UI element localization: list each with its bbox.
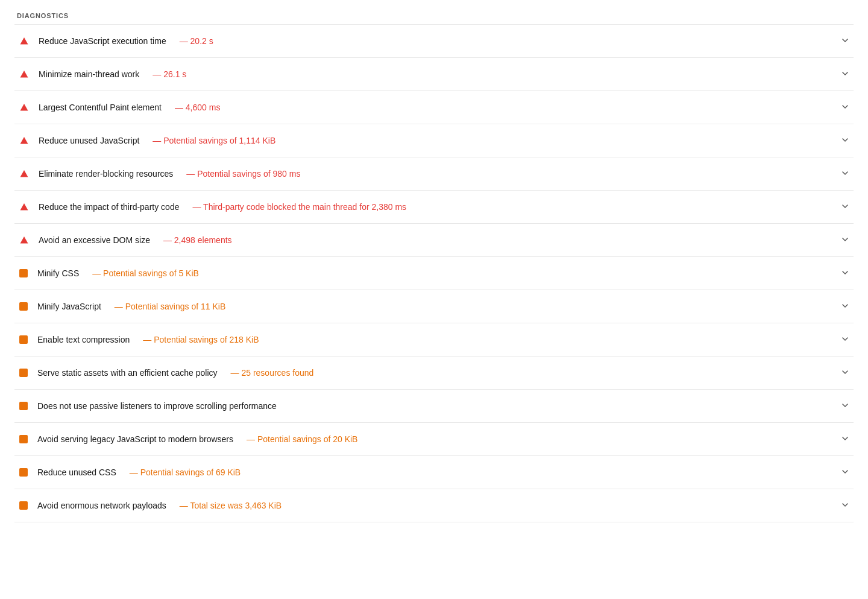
item-label-reduce-js-execution: Reduce JavaScript execution time	[39, 36, 166, 46]
chevron-icon-enable-text-compression[interactable]	[841, 334, 849, 345]
diagnostic-item-eliminate-render-blocking[interactable]: Eliminate render-blocking resources— Pot…	[14, 157, 854, 191]
item-label-reduce-third-party: Reduce the impact of third-party code	[39, 202, 179, 212]
square-icon-legacy-js	[19, 435, 28, 443]
section-title: DIAGNOSTICS	[14, 12, 854, 19]
diagnostic-item-minify-css[interactable]: Minify CSS— Potential savings of 5 KiB	[14, 257, 854, 290]
item-detail-avoid-dom-size: — 2,498 elements	[163, 235, 232, 245]
square-icon-reduce-unused-css	[19, 468, 28, 477]
square-icon-enable-text-compression	[19, 335, 28, 344]
chevron-icon-minimize-main-thread[interactable]	[841, 69, 849, 80]
item-detail-reduce-unused-js: — Potential savings of 1,114 KiB	[153, 136, 275, 145]
diagnostics-list: Reduce JavaScript execution time— 20.2 s…	[14, 24, 854, 522]
chevron-icon-minify-js[interactable]	[841, 301, 849, 312]
item-label-minify-js: Minify JavaScript	[37, 302, 101, 311]
diagnostic-item-reduce-third-party[interactable]: Reduce the impact of third-party code— T…	[14, 191, 854, 224]
triangle-icon-reduce-third-party	[19, 202, 29, 212]
item-label-lcp-element: Largest Contentful Paint element	[39, 103, 162, 112]
item-label-minify-css: Minify CSS	[37, 268, 79, 278]
diagnostic-item-enable-text-compression[interactable]: Enable text compression— Potential savin…	[14, 323, 854, 357]
chevron-icon-eliminate-render-blocking[interactable]	[841, 168, 849, 179]
chevron-icon-passive-listeners[interactable]	[841, 401, 849, 411]
chevron-icon-serve-static-assets[interactable]	[841, 367, 849, 378]
chevron-icon-avoid-dom-size[interactable]	[841, 235, 849, 246]
item-detail-enable-text-compression: — Potential savings of 218 KiB	[143, 335, 259, 344]
item-detail-minify-js: — Potential savings of 11 KiB	[115, 302, 225, 311]
square-icon-minify-css	[19, 269, 28, 277]
item-detail-eliminate-render-blocking: — Potential savings of 980 ms	[186, 169, 300, 179]
diagnostic-item-avoid-dom-size[interactable]: Avoid an excessive DOM size— 2,498 eleme…	[14, 224, 854, 257]
item-label-serve-static-assets: Serve static assets with an efficient ca…	[37, 368, 218, 378]
square-icon-serve-static-assets	[19, 369, 28, 377]
diagnostic-item-lcp-element[interactable]: Largest Contentful Paint element— 4,600 …	[14, 91, 854, 124]
chevron-icon-reduce-unused-js[interactable]	[841, 135, 849, 146]
chevron-icon-legacy-js[interactable]	[841, 434, 849, 445]
diagnostic-item-reduce-js-execution[interactable]: Reduce JavaScript execution time— 20.2 s	[14, 25, 854, 58]
square-icon-avoid-network-payloads	[19, 501, 28, 510]
chevron-icon-minify-css[interactable]	[841, 268, 849, 279]
chevron-icon-reduce-third-party[interactable]	[841, 201, 849, 212]
item-detail-lcp-element: — 4,600 ms	[175, 103, 220, 112]
item-detail-minify-css: — Potential savings of 5 KiB	[92, 268, 199, 278]
item-detail-reduce-third-party: — Third-party code blocked the main thre…	[192, 202, 406, 212]
diagnostic-item-legacy-js[interactable]: Avoid serving legacy JavaScript to moder…	[14, 423, 854, 456]
item-detail-reduce-js-execution: — 20.2 s	[180, 36, 213, 46]
diagnostic-item-minimize-main-thread[interactable]: Minimize main-thread work— 26.1 s	[14, 58, 854, 91]
diagnostic-item-passive-listeners[interactable]: Does not use passive listeners to improv…	[14, 390, 854, 423]
item-detail-avoid-network-payloads: — Total size was 3,463 KiB	[180, 501, 281, 510]
item-label-avoid-dom-size: Avoid an excessive DOM size	[39, 235, 150, 245]
item-detail-minimize-main-thread: — 26.1 s	[153, 69, 186, 79]
item-label-enable-text-compression: Enable text compression	[37, 335, 130, 344]
item-label-reduce-unused-css: Reduce unused CSS	[37, 467, 116, 477]
square-icon-minify-js	[19, 302, 28, 311]
triangle-icon-avoid-dom-size	[19, 235, 29, 245]
diagnostic-item-serve-static-assets[interactable]: Serve static assets with an efficient ca…	[14, 357, 854, 390]
chevron-icon-avoid-network-payloads[interactable]	[841, 500, 849, 511]
item-label-avoid-network-payloads: Avoid enormous network payloads	[37, 501, 166, 510]
item-label-eliminate-render-blocking: Eliminate render-blocking resources	[39, 169, 173, 179]
triangle-icon-reduce-unused-js	[19, 136, 29, 145]
diagnostic-item-reduce-unused-css[interactable]: Reduce unused CSS— Potential savings of …	[14, 456, 854, 489]
item-label-minimize-main-thread: Minimize main-thread work	[39, 69, 139, 79]
chevron-icon-reduce-unused-css[interactable]	[841, 467, 849, 478]
chevron-icon-lcp-element[interactable]	[841, 102, 849, 113]
triangle-icon-reduce-js-execution	[19, 36, 29, 46]
item-label-legacy-js: Avoid serving legacy JavaScript to moder…	[37, 434, 233, 444]
item-detail-legacy-js: — Potential savings of 20 KiB	[247, 434, 357, 444]
diagnostics-container: DIAGNOSTICS Reduce JavaScript execution …	[0, 0, 868, 534]
item-label-reduce-unused-js: Reduce unused JavaScript	[39, 136, 139, 145]
diagnostic-item-reduce-unused-js[interactable]: Reduce unused JavaScript— Potential savi…	[14, 124, 854, 157]
triangle-icon-minimize-main-thread	[19, 69, 29, 79]
item-detail-reduce-unused-css: — Potential savings of 69 KiB	[130, 467, 241, 477]
triangle-icon-lcp-element	[19, 103, 29, 112]
chevron-icon-reduce-js-execution[interactable]	[841, 36, 849, 46]
square-icon-passive-listeners	[19, 402, 28, 410]
item-label-passive-listeners: Does not use passive listeners to improv…	[37, 401, 277, 411]
diagnostic-item-minify-js[interactable]: Minify JavaScript— Potential savings of …	[14, 290, 854, 323]
triangle-icon-eliminate-render-blocking	[19, 169, 29, 179]
item-detail-serve-static-assets: — 25 resources found	[231, 368, 314, 378]
diagnostic-item-avoid-network-payloads[interactable]: Avoid enormous network payloads— Total s…	[14, 489, 854, 522]
